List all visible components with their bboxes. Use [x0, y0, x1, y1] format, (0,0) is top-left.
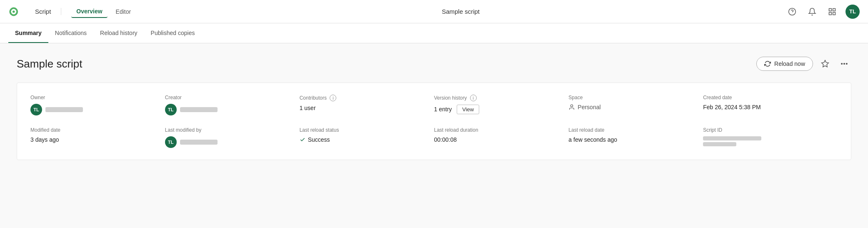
- created-date-value: Feb 26, 2024 5:38 PM: [703, 104, 838, 110]
- topbar-nav: Overview Editor: [71, 5, 136, 18]
- owner-avatar: TL: [30, 104, 42, 115]
- last-modified-by-name-blurred: [180, 140, 218, 145]
- contributors-field: Contributors i 1 user: [300, 95, 434, 115]
- svg-rect-7: [829, 12, 832, 15]
- star-icon: [821, 60, 829, 68]
- page-title: Sample script: [136, 8, 785, 15]
- creator-field: Creator TL: [165, 95, 300, 115]
- svg-rect-5: [829, 8, 832, 11]
- last-reload-status-value: Success: [300, 136, 434, 143]
- tabbar: Summary Notifications Reload history Pub…: [0, 23, 868, 43]
- created-date-field: Created date Feb 26, 2024 5:38 PM: [703, 95, 838, 115]
- person-icon: [568, 104, 575, 110]
- space-field: Space Personal: [568, 95, 703, 115]
- logo: [8, 5, 28, 18]
- version-history-info-icon[interactable]: i: [470, 95, 477, 101]
- version-history-value: 1 entry View: [434, 105, 569, 114]
- script-id-line1: [703, 136, 761, 140]
- reload-now-label: Reload now: [774, 60, 805, 67]
- reload-now-button[interactable]: Reload now: [756, 57, 813, 71]
- check-icon: [300, 137, 305, 143]
- last-modified-by-value: TL: [165, 136, 300, 148]
- creator-name-blurred: [180, 107, 218, 112]
- svg-marker-9: [822, 60, 829, 67]
- owner-field: Owner TL: [30, 95, 165, 115]
- last-reload-duration-value: 00:00:08: [434, 136, 569, 143]
- view-history-button[interactable]: View: [457, 105, 479, 114]
- contributors-label: Contributors i: [300, 95, 434, 101]
- space-label: Space: [568, 95, 703, 100]
- script-title: Sample script: [17, 58, 756, 70]
- last-modified-by-field: Last modified by TL: [165, 127, 300, 148]
- app-name: Script: [35, 8, 61, 15]
- tab-published-copies[interactable]: Published copies: [144, 24, 202, 43]
- topbar-actions: TL: [785, 5, 860, 19]
- tab-reload-history[interactable]: Reload history: [93, 24, 144, 43]
- created-date-label: Created date: [703, 95, 838, 100]
- user-avatar[interactable]: TL: [845, 5, 860, 19]
- space-value: Personal: [568, 104, 600, 110]
- script-id-label: Script ID: [703, 127, 838, 133]
- creator-avatar: TL: [165, 104, 177, 115]
- metadata-grid: Owner TL Creator TL Contributors i 1 use…: [17, 83, 851, 160]
- tab-notifications[interactable]: Notifications: [48, 24, 93, 43]
- tab-summary[interactable]: Summary: [8, 24, 48, 43]
- version-history-label: Version history i: [434, 95, 569, 101]
- owner-name-blurred: [45, 107, 83, 112]
- last-reload-date-label: Last reload date: [568, 127, 703, 133]
- svg-point-12: [846, 63, 848, 65]
- reload-icon: [764, 60, 771, 67]
- owner-value: TL: [30, 104, 165, 115]
- last-reload-status-field: Last reload status Success: [300, 127, 434, 148]
- last-reload-duration-field: Last reload duration 00:00:08: [434, 127, 569, 148]
- modified-date-value: 3 days ago: [30, 136, 165, 143]
- more-horizontal-icon: [840, 60, 848, 68]
- script-id-value: [703, 136, 838, 146]
- last-reload-date-field: Last reload date a few seconds ago: [568, 127, 703, 148]
- last-reload-duration-label: Last reload duration: [434, 127, 569, 133]
- last-modified-by-avatar: TL: [165, 136, 177, 148]
- nav-item-editor[interactable]: Editor: [111, 6, 136, 18]
- script-header: Sample script Reload now: [17, 57, 851, 71]
- version-history-field: Version history i 1 entry View: [434, 95, 569, 115]
- star-button[interactable]: [818, 57, 832, 71]
- script-header-actions: Reload now: [756, 57, 851, 71]
- script-id-field: Script ID: [703, 127, 838, 148]
- modified-date-label: Modified date: [30, 127, 165, 133]
- svg-point-13: [571, 105, 573, 107]
- contributors-value: 1 user: [300, 105, 434, 111]
- script-id-line2: [703, 142, 736, 146]
- main-content: Sample script Reload now: [0, 43, 868, 228]
- svg-rect-8: [833, 12, 835, 15]
- more-options-button[interactable]: [837, 57, 851, 71]
- svg-point-11: [844, 63, 845, 65]
- nav-item-overview[interactable]: Overview: [71, 5, 107, 18]
- last-reload-status-label: Last reload status: [300, 127, 434, 133]
- contributors-info-icon[interactable]: i: [330, 95, 336, 101]
- grid-icon-button[interactable]: [825, 5, 839, 18]
- topbar: Script Overview Editor Sample script TL: [0, 0, 868, 23]
- creator-value: TL: [165, 104, 300, 115]
- svg-point-3: [789, 8, 796, 15]
- bell-icon-button[interactable]: [805, 5, 819, 18]
- last-reload-date-value: a few seconds ago: [568, 136, 703, 143]
- last-modified-by-label: Last modified by: [165, 127, 300, 133]
- help-icon-button[interactable]: [785, 5, 799, 18]
- svg-point-10: [841, 63, 843, 65]
- svg-point-2: [13, 10, 15, 13]
- svg-rect-6: [833, 8, 835, 11]
- owner-label: Owner: [30, 95, 165, 100]
- creator-label: Creator: [165, 95, 300, 100]
- modified-date-field: Modified date 3 days ago: [30, 127, 165, 148]
